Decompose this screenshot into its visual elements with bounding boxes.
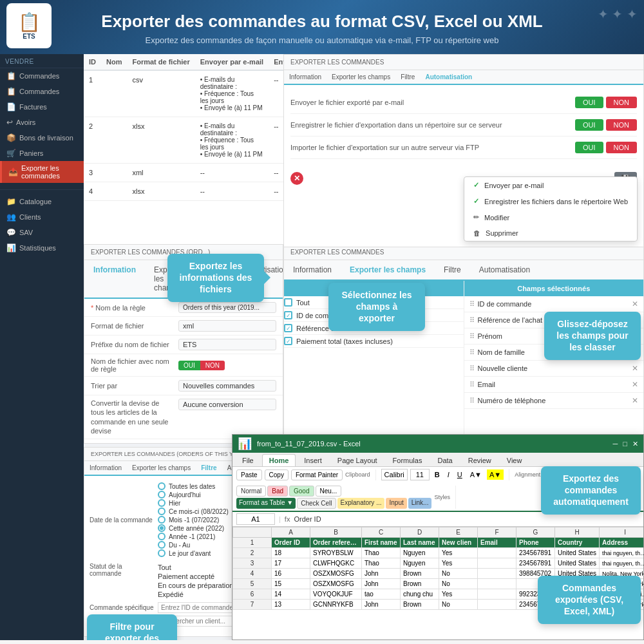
style-check-cell[interactable]: Check Cell [297,498,336,509]
cell-6-F[interactable] [478,589,516,600]
cell-1-B[interactable]: Order reference [310,538,362,548]
sidebar-item-clients[interactable]: 👥 Clients [0,209,84,225]
cell-1-F[interactable]: Email [478,538,516,548]
value-trier[interactable]: Nouvelles commandes [178,380,276,392]
non-ftp-btn[interactable]: NON [606,142,637,153]
font-name[interactable]: Calibri [381,469,408,480]
toggle-oui[interactable]: OUI [178,361,200,370]
cell-3-F[interactable] [478,558,516,569]
non-email-btn[interactable]: NON [606,97,637,108]
sidebar-item-catalogue[interactable]: 📁 Catalogue [0,194,84,209]
formula-bar-content[interactable]: Order ID [294,515,639,523]
close-icon[interactable]: ✕ [632,440,638,448]
col-D[interactable]: D [401,527,439,538]
col-email[interactable]: Envoyer par e-mail [195,54,269,70]
dropdown-item-supprimer[interactable]: 🗑 Supprimer [464,225,637,241]
dropdown-item-email[interactable]: ✓ Envoyer par e-mail [464,177,637,193]
remove-email-icon[interactable]: ✕ [632,380,638,389]
col-format[interactable]: Format de fichier [127,54,194,70]
ftab-info[interactable]: Information [284,260,341,281]
cell-6-B[interactable]: VOYQOKJUF [310,589,362,600]
filter-specific-input[interactable] [158,602,235,613]
cell-4-B[interactable]: OSZXMOSFG [310,569,362,579]
ftab-filtre[interactable]: Filtre [435,260,470,281]
drag-handle-icon[interactable]: ⠿ [469,300,475,308]
drag-handle-prenom-icon[interactable]: ⠿ [469,332,475,341]
radio-annee-1[interactable]: Année -1 (2021) [158,533,229,540]
cell-reference[interactable]: A1 [236,513,275,525]
cell-7-D[interactable]: Brown [401,600,439,610]
cell-1-G[interactable]: Phone [516,538,555,548]
remove-id-icon[interactable]: ✕ [632,299,638,308]
tab-information[interactable]: Information [84,260,145,299]
maximize-icon[interactable]: □ [623,440,627,448]
cell-7-B[interactable]: GCNNRYKFB [310,600,362,610]
drag-handle-ref-icon[interactable]: ⠿ [469,316,475,325]
copy-button[interactable]: Copy [265,469,289,480]
excel-tab-view[interactable]: View [500,454,529,466]
radio-jour-davant[interactable]: Le jour d'avant [158,549,229,557]
style-good[interactable]: Good [289,486,314,497]
toggle-non[interactable]: NON [200,361,225,370]
minimize-icon[interactable]: ─ [613,440,618,448]
cell-1-D[interactable]: Last name [401,538,439,548]
value-nom[interactable]: Orders of this year (2019... [178,302,276,313]
cell-6-E[interactable]: Yes [439,589,478,600]
sidebar-item-bons[interactable]: 📦 Bons de livraison [0,130,84,146]
remove-tel-icon[interactable]: ✕ [632,396,638,405]
checkbox-paiement[interactable]: Paiement total (taxes incluses) [284,335,464,348]
col-C[interactable]: C [362,527,401,538]
cell-2-C[interactable]: Thao [362,548,401,558]
cell-2-F[interactable] [478,548,516,558]
col-H[interactable]: H [555,527,600,538]
cell-5-F[interactable] [478,579,516,589]
radio-ce-mois[interactable]: Ce mois-ci (08/2022) [158,507,229,515]
style-bad[interactable]: Bad [267,486,288,497]
col-nom[interactable]: Nom [101,54,127,70]
col-id[interactable]: ID [84,54,101,70]
excel-tab-file[interactable]: File [235,454,261,466]
cell-2-D[interactable]: Nguyen [401,548,439,558]
cell-7-A[interactable]: 13 [272,600,310,610]
sidebar-item-paniers[interactable]: 🛒 Paniers [0,146,84,161]
oui-ftp-btn[interactable]: OUI [575,142,603,153]
paste-button[interactable]: Paste [236,469,262,480]
excel-tab-review[interactable]: Review [461,454,498,466]
bold-btn[interactable]: B [432,469,442,480]
function-icon[interactable]: fx [285,515,290,523]
cell-3-G[interactable]: 234567891 [516,558,555,569]
cell-3-I[interactable]: thai nguyen, thai nguy [600,558,643,569]
sidebar-item-factures[interactable]: 📄 Factures [0,99,84,115]
filter-tab-champs[interactable]: Exporter les champs [127,461,196,476]
cell-5-C[interactable]: John [362,579,401,589]
atab-auto[interactable]: Automatisation [420,70,477,85]
cell-3-A[interactable]: 17 [272,558,310,569]
filter-tab-filtre[interactable]: Filtre [196,461,222,476]
font-size[interactable]: 11 [410,469,430,480]
cell-6-A[interactable]: 14 [272,589,310,600]
drag-handle-tel-icon[interactable]: ⠿ [469,397,475,405]
cancel-btn[interactable]: ✕ [290,172,303,185]
cell-3-B[interactable]: CLWFHQGKC [310,558,362,569]
underline-btn[interactable]: U [455,469,465,480]
cell-4-C[interactable]: John [362,569,401,579]
ftab-auto[interactable]: Automatisation [470,260,539,281]
value-devise[interactable]: Aucune conversion [178,399,276,410]
excel-tab-formulas[interactable]: Formulas [386,454,430,466]
cell-7-F[interactable] [478,600,516,610]
cell-4-D[interactable]: Brown [401,569,439,579]
font-color-btn[interactable]: A▼ [468,469,484,480]
cell-2-G[interactable]: 234567891 [516,548,555,558]
format-painter-button[interactable]: Format Painter [291,469,343,480]
radio-hier[interactable]: Hier [158,499,229,507]
cell-2-E[interactable]: Yes [439,548,478,558]
value-format[interactable]: xml [178,320,276,332]
cell-5-D[interactable]: Brown [401,579,439,589]
sidebar-item-avoirs[interactable]: ↩ Avoirs [0,115,84,130]
cell-5-B[interactable]: OSZXMOSFG [310,579,362,589]
style-neutral[interactable]: Neu... [316,486,342,497]
cell-6-D[interactable]: chung chu [401,589,439,600]
drag-handle-email-icon[interactable]: ⠿ [469,381,475,389]
cell-2-A[interactable]: 18 [272,548,310,558]
sidebar-item-commandes2[interactable]: 📋 Commandes [0,84,84,99]
